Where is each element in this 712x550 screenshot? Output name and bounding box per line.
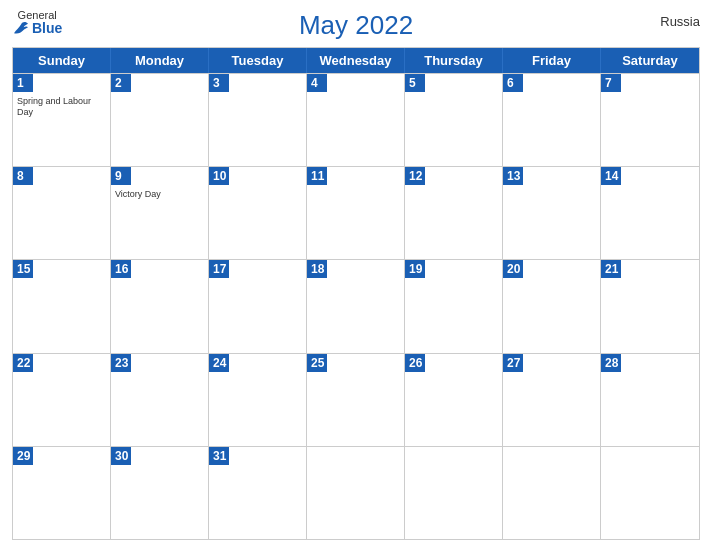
day-cell: 31	[209, 447, 307, 539]
day-cell: 10	[209, 167, 307, 259]
day-cell	[405, 447, 503, 539]
week-row-2: 89Victory Day1011121314	[13, 166, 699, 259]
week-row-4: 22232425262728	[13, 353, 699, 446]
day-cell: 25	[307, 354, 405, 446]
day-number: 5	[405, 74, 425, 92]
day-number: 20	[503, 260, 523, 278]
day-cell: 15	[13, 260, 111, 352]
day-cell: 13	[503, 167, 601, 259]
day-cell: 24	[209, 354, 307, 446]
day-cell: 17	[209, 260, 307, 352]
day-cell: 8	[13, 167, 111, 259]
weeks: 1Spring and Labour Day23456789Victory Da…	[13, 73, 699, 539]
day-number: 26	[405, 354, 425, 372]
day-cell: 12	[405, 167, 503, 259]
day-number: 6	[503, 74, 523, 92]
day-number: 12	[405, 167, 425, 185]
week-row-1: 1Spring and Labour Day234567	[13, 73, 699, 166]
day-cell: 19	[405, 260, 503, 352]
day-number: 30	[111, 447, 131, 465]
holiday-label: Spring and Labour Day	[17, 96, 106, 118]
calendar-page: General Blue May 2022 Russia Sunday Mond…	[0, 0, 712, 550]
header: General Blue May 2022 Russia	[12, 10, 700, 41]
day-number: 23	[111, 354, 131, 372]
day-headers: Sunday Monday Tuesday Wednesday Thursday…	[13, 48, 699, 73]
day-number: 25	[307, 354, 327, 372]
logo-bird-icon	[12, 21, 30, 35]
country-label: Russia	[660, 14, 700, 29]
day-cell: 14	[601, 167, 699, 259]
day-cell: 28	[601, 354, 699, 446]
header-friday: Friday	[503, 48, 601, 73]
day-cell: 21	[601, 260, 699, 352]
logo-blue-text: Blue	[12, 21, 62, 35]
day-cell: 3	[209, 74, 307, 166]
day-number: 24	[209, 354, 229, 372]
week-row-3: 15161718192021	[13, 259, 699, 352]
day-cell	[503, 447, 601, 539]
day-cell: 20	[503, 260, 601, 352]
day-number: 22	[13, 354, 33, 372]
day-cell: 2	[111, 74, 209, 166]
day-cell: 18	[307, 260, 405, 352]
header-sunday: Sunday	[13, 48, 111, 73]
day-cell: 9Victory Day	[111, 167, 209, 259]
day-number: 19	[405, 260, 425, 278]
day-cell: 22	[13, 354, 111, 446]
header-monday: Monday	[111, 48, 209, 73]
holiday-label: Victory Day	[115, 189, 204, 200]
day-cell: 26	[405, 354, 503, 446]
day-cell: 6	[503, 74, 601, 166]
day-number: 7	[601, 74, 621, 92]
logo: General Blue	[12, 10, 62, 35]
day-cell: 5	[405, 74, 503, 166]
day-cell: 23	[111, 354, 209, 446]
day-number: 3	[209, 74, 229, 92]
day-number: 18	[307, 260, 327, 278]
day-number: 15	[13, 260, 33, 278]
day-number: 11	[307, 167, 327, 185]
day-number: 21	[601, 260, 621, 278]
day-cell: 7	[601, 74, 699, 166]
day-number: 4	[307, 74, 327, 92]
header-thursday: Thursday	[405, 48, 503, 73]
day-number: 29	[13, 447, 33, 465]
header-tuesday: Tuesday	[209, 48, 307, 73]
day-number: 9	[111, 167, 131, 185]
day-number: 2	[111, 74, 131, 92]
day-number: 28	[601, 354, 621, 372]
day-cell	[601, 447, 699, 539]
day-number: 17	[209, 260, 229, 278]
day-number: 1	[13, 74, 33, 92]
day-cell	[307, 447, 405, 539]
day-cell: 30	[111, 447, 209, 539]
day-number: 27	[503, 354, 523, 372]
header-wednesday: Wednesday	[307, 48, 405, 73]
calendar: Sunday Monday Tuesday Wednesday Thursday…	[12, 47, 700, 540]
day-cell: 27	[503, 354, 601, 446]
day-cell: 29	[13, 447, 111, 539]
day-cell: 11	[307, 167, 405, 259]
day-cell: 4	[307, 74, 405, 166]
week-row-5: 293031	[13, 446, 699, 539]
day-number: 16	[111, 260, 131, 278]
day-number: 14	[601, 167, 621, 185]
day-number: 13	[503, 167, 523, 185]
day-cell: 16	[111, 260, 209, 352]
day-number: 8	[13, 167, 33, 185]
header-saturday: Saturday	[601, 48, 699, 73]
day-cell: 1Spring and Labour Day	[13, 74, 111, 166]
page-title: May 2022	[299, 10, 413, 41]
day-number: 31	[209, 447, 229, 465]
day-number: 10	[209, 167, 229, 185]
